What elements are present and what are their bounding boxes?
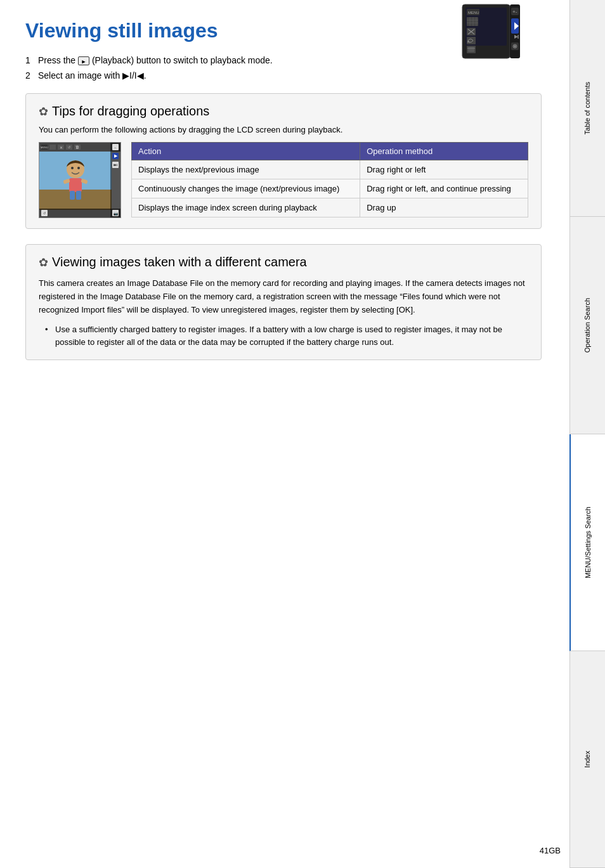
page-num-suffix: GB bbox=[549, 846, 561, 855]
table-cell-method-1: Drag right or left bbox=[360, 160, 528, 179]
viewing-sun-icon: ✿ bbox=[39, 256, 48, 269]
svg-rect-33 bbox=[69, 178, 82, 192]
step-1-text-before: Press the bbox=[38, 55, 75, 65]
step-2-text: Select an image with ▶I/I◀. bbox=[38, 70, 542, 81]
playback-button-icon: ▶ bbox=[78, 56, 89, 65]
camera-device-image: MENU bbox=[459, 0, 535, 70]
sidebar-tab-toc[interactable]: Table of contents bbox=[569, 0, 605, 217]
cam-x-icon: ✕ bbox=[58, 145, 64, 150]
svg-text:MENU: MENU bbox=[468, 11, 479, 15]
tips-intro: You can perform the following actions by… bbox=[39, 125, 528, 134]
tips-title: ✿ Tips for dragging operations bbox=[39, 104, 528, 119]
viewing-body: This camera creates an Image Database Fi… bbox=[39, 277, 528, 316]
page-number: 41GB bbox=[540, 846, 561, 855]
step-1-number: 1 bbox=[25, 55, 38, 65]
svg-point-32 bbox=[77, 167, 80, 169]
table-header-action: Action bbox=[132, 143, 360, 160]
cam-grid-icon bbox=[49, 145, 56, 150]
steps-area: MENU bbox=[25, 55, 542, 93]
tips-box: ✿ Tips for dragging operations You can p… bbox=[25, 93, 542, 229]
cam-plusminus-btn: +- bbox=[112, 144, 119, 150]
cam-skip-btn: ⏭ bbox=[112, 162, 119, 168]
tips-title-text: Tips for dragging operations bbox=[52, 104, 209, 119]
cam-bottom-bar: ↺ 📷 bbox=[39, 209, 120, 217]
main-content: Viewing still images MENU bbox=[0, 0, 567, 401]
svg-text:+-: +- bbox=[512, 9, 517, 15]
svg-rect-37 bbox=[76, 191, 81, 200]
svg-rect-29 bbox=[39, 190, 112, 210]
cam-top-bar: MENU ✕ ↺ 🗑 bbox=[39, 143, 120, 152]
tips-content: MENU ✕ ↺ 🗑 +- ▶ ⏭ ↺ 📷 bbox=[39, 142, 528, 218]
svg-point-31 bbox=[71, 167, 74, 169]
cam-right-bar: +- ▶ ⏭ bbox=[110, 143, 120, 217]
step-2: 2 Select an image with ▶I/I◀. bbox=[25, 70, 542, 81]
step-1: 1 Press the ▶ (Playback) button to switc… bbox=[25, 55, 459, 65]
page-num-value: 41 bbox=[540, 846, 549, 855]
cam-trash-icon: 🗑 bbox=[74, 145, 81, 150]
svg-rect-16 bbox=[468, 47, 474, 52]
viewing-bullet-text: Use a sufficiently charged battery to re… bbox=[55, 323, 528, 350]
sidebar-tab-index[interactable]: Index bbox=[569, 651, 605, 868]
sidebar-tab-operation-label: Operation Search bbox=[583, 298, 592, 353]
viewing-bullet: • Use a sufficiently charged battery to … bbox=[39, 323, 528, 350]
viewing-box: ✿ Viewing images taken with a different … bbox=[25, 244, 542, 360]
action-table: Action Operation method Displays the nex… bbox=[131, 142, 528, 217]
sidebar-tab-menu-label: MENU/Settings Search bbox=[583, 507, 592, 578]
sidebar-tab-toc-label: Table of contents bbox=[583, 82, 592, 134]
table-cell-method-2: Drag right or left, and continue pressin… bbox=[360, 179, 528, 198]
cam-photo-area bbox=[39, 152, 110, 209]
sidebar-tab-index-label: Index bbox=[583, 751, 592, 768]
viewing-title-text: Viewing images taken with a different ca… bbox=[52, 255, 307, 269]
sidebar: Table of contents Operation Search MENU/… bbox=[569, 0, 605, 868]
svg-rect-36 bbox=[70, 191, 75, 200]
viewing-title: ✿ Viewing images taken with a different … bbox=[39, 255, 528, 269]
table-header-method: Operation method bbox=[360, 143, 528, 160]
step-2-number: 2 bbox=[25, 70, 38, 81]
cam-menu-icon: MENU bbox=[41, 145, 48, 150]
table-cell-action-1: Displays the next/previous image bbox=[132, 160, 360, 179]
cam-camera-btn: 📷 bbox=[112, 210, 119, 216]
cam-play-btn: ▶ bbox=[112, 153, 119, 159]
svg-rect-4 bbox=[467, 17, 478, 26]
svg-point-27 bbox=[514, 46, 516, 48]
table-row: Continuously changes the image (next/pre… bbox=[132, 179, 528, 198]
table-row: Displays the next/previous image Drag ri… bbox=[132, 160, 528, 179]
table-cell-action-2: Continuously changes the image (next/pre… bbox=[132, 179, 360, 198]
step-1-text: Press the ▶ (Playback) button to switch … bbox=[38, 55, 459, 65]
cam-rotate-icon: ↺ bbox=[66, 145, 72, 150]
sidebar-tab-operation[interactable]: Operation Search bbox=[569, 217, 605, 434]
table-cell-method-3: Drag up bbox=[360, 198, 528, 217]
step-1-text-after: (Playback) button to switch to playback … bbox=[92, 55, 273, 65]
tips-camera-thumbnail: MENU ✕ ↺ 🗑 +- ▶ ⏭ ↺ 📷 bbox=[39, 142, 121, 218]
table-cell-action-3: Displays the image index screen during p… bbox=[132, 198, 360, 217]
cam-rotate-btn: ↺ bbox=[41, 210, 48, 216]
sidebar-tab-menu[interactable]: MENU/Settings Search bbox=[569, 434, 605, 651]
bullet-dot-icon: • bbox=[45, 323, 51, 350]
tips-sun-icon: ✿ bbox=[39, 105, 48, 119]
table-row: Displays the image index screen during p… bbox=[132, 198, 528, 217]
